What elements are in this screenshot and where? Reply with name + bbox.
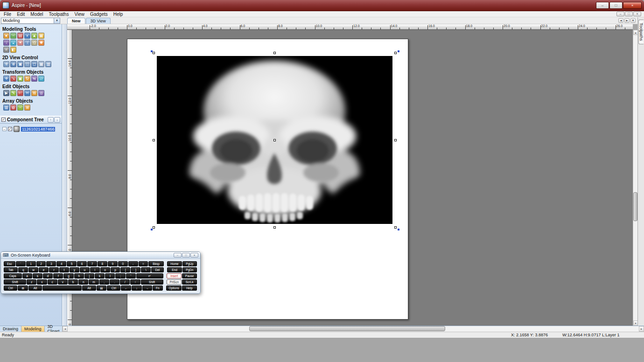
- mdi-minimize-button[interactable]: –: [616, 12, 624, 16]
- key-f[interactable]: f: [53, 273, 63, 278]
- combo-dropdown-icon[interactable]: ▼: [54, 18, 60, 23]
- selection-handle[interactable]: [394, 226, 397, 229]
- vertical-scroll-thumb[interactable]: [633, 192, 637, 221]
- key-j[interactable]: j: [84, 273, 94, 278]
- extrude-icon[interactable]: ▤: [17, 33, 23, 39]
- two-rail-sweep-icon[interactable]: ~: [10, 33, 16, 39]
- key-caps[interactable]: Caps: [4, 273, 22, 278]
- osk-titlebar[interactable]: ⌨ On-Screen Keyboard – □ ×: [1, 252, 200, 259]
- key-r[interactable]: r: [49, 267, 59, 272]
- key-ctrl[interactable]: Ctrl: [4, 285, 17, 291]
- key-0[interactable]: 0: [118, 261, 128, 266]
- key-arrow-right[interactable]: →: [142, 285, 153, 291]
- key-shift[interactable]: Shift: [4, 279, 26, 285]
- menu-item-edit[interactable]: Edit: [14, 12, 28, 17]
- key-esc[interactable]: Esc: [4, 261, 15, 266]
- maximize-button[interactable]: □: [609, 2, 623, 9]
- selection-handle[interactable]: [394, 52, 397, 54]
- key-7[interactable]: 7: [87, 261, 97, 266]
- vertical-scrollbar[interactable]: ▲ ▼: [633, 30, 637, 326]
- bottom-tab-3d-clipart[interactable]: 3D Clipart: [45, 326, 63, 332]
- array-along-curve-icon[interactable]: ~: [17, 104, 23, 111]
- distort-objects-icon[interactable]: ▱: [38, 76, 44, 82]
- key-shift-right[interactable]: Shift: [141, 279, 163, 285]
- distort-model-icon[interactable]: ◇: [31, 40, 37, 46]
- menu-item-file[interactable]: File: [1, 12, 14, 17]
- bake-model-icon[interactable]: ◧: [10, 47, 16, 53]
- toolpaths-tab[interactable]: Toolpaths: [638, 20, 644, 44]
- scroll-left-icon[interactable]: ◄: [63, 326, 68, 332]
- key-2[interactable]: 2: [36, 261, 46, 266]
- osk-close-button[interactable]: ×: [190, 253, 198, 258]
- key-pause[interactable]: Pause: [182, 273, 197, 278]
- panel-selector-combobox[interactable]: Modeling ▼: [1, 18, 60, 24]
- selection-handle[interactable]: [394, 139, 397, 141]
- key-symbol[interactable]: /: [120, 279, 130, 285]
- component-move-down-button[interactable]: ↓: [54, 117, 60, 123]
- key-symbol[interactable]: ;: [115, 273, 125, 278]
- on-screen-keyboard-window[interactable]: ⌨ On-Screen Keyboard – □ × Esc`123456789…: [0, 251, 201, 294]
- key-symbol[interactable]: -: [128, 261, 138, 266]
- key-v[interactable]: v: [58, 279, 68, 285]
- key-z[interactable]: z: [27, 279, 36, 285]
- key-symbol[interactable]: .: [110, 279, 119, 285]
- key-s[interactable]: s: [33, 273, 42, 278]
- key-insert[interactable]: Insert: [167, 273, 182, 278]
- tree-expander-icon[interactable]: –: [2, 127, 7, 131]
- node-edit-icon[interactable]: ✎: [10, 90, 16, 96]
- slice-model-icon[interactable]: ≡: [3, 47, 9, 53]
- key-end[interactable]: End: [167, 267, 182, 272]
- import-model-icon[interactable]: ↓: [3, 40, 9, 46]
- key-options[interactable]: Options: [166, 285, 181, 291]
- key-alt[interactable]: Alt: [28, 285, 42, 291]
- view-tab-3d-view[interactable]: 3D View: [86, 18, 111, 24]
- key-a[interactable]: a: [22, 273, 32, 278]
- move-objects-icon[interactable]: ✛: [3, 76, 9, 82]
- key-menu[interactable]: ▤: [97, 285, 107, 291]
- key-3[interactable]: 3: [46, 261, 56, 266]
- key-n[interactable]: n: [78, 279, 88, 285]
- key-t[interactable]: t: [59, 267, 69, 272]
- key-k[interactable]: k: [95, 273, 105, 278]
- osk-maximize-button[interactable]: □: [182, 253, 190, 258]
- key-prtscn[interactable]: PrtScn: [167, 279, 182, 285]
- key-space[interactable]: [42, 285, 82, 291]
- key-pgup[interactable]: PgUp: [182, 261, 197, 266]
- circular-array-icon[interactable]: ◍: [10, 104, 16, 111]
- key-l[interactable]: l: [105, 273, 115, 278]
- key-home[interactable]: Home: [167, 261, 182, 266]
- key-symbol[interactable]: \: [141, 267, 151, 272]
- set-size-icon[interactable]: ↘: [10, 76, 16, 82]
- key-p[interactable]: p: [111, 267, 120, 272]
- key-symbol[interactable]: =: [139, 261, 148, 266]
- key-arrow-left[interactable]: ←: [121, 285, 131, 291]
- key-i[interactable]: i: [90, 267, 100, 272]
- clipart-import-icon[interactable]: ✱: [38, 40, 44, 46]
- scroll-right-icon[interactable]: ►: [639, 326, 644, 332]
- align-objects-icon[interactable]: ▣: [17, 76, 23, 82]
- linear-array-icon[interactable]: ▥: [3, 104, 9, 111]
- component-tree-item[interactable]: – ✓ 11261021487466: [2, 126, 62, 132]
- key-w[interactable]: w: [28, 267, 38, 272]
- key-d[interactable]: d: [43, 273, 53, 278]
- selection-handle[interactable]: [273, 52, 276, 54]
- selection-handle[interactable]: [273, 139, 276, 141]
- create-shape-icon[interactable]: ●: [3, 33, 9, 39]
- selection-handle[interactable]: [273, 226, 276, 229]
- key-del[interactable]: Del: [151, 267, 164, 272]
- turn-icon[interactable]: ◗: [24, 33, 30, 39]
- scale-zheight-icon[interactable]: ↕: [24, 40, 30, 46]
- select-tool-icon[interactable]: ▶: [3, 90, 9, 96]
- mdi-restore-button[interactable]: □: [625, 12, 633, 16]
- key-ctrl-right[interactable]: Ctrl: [107, 285, 120, 291]
- key-arrow-up[interactable]: ↑: [130, 279, 140, 285]
- key-enter[interactable]: ↵: [136, 273, 163, 278]
- key-y[interactable]: y: [70, 267, 79, 272]
- texture-icon[interactable]: ▦: [38, 33, 44, 39]
- key-e[interactable]: e: [39, 267, 49, 272]
- key-9[interactable]: 9: [108, 261, 118, 266]
- key-symbol[interactable]: ': [126, 273, 136, 278]
- mdi-close-button[interactable]: ×: [633, 12, 641, 16]
- component-move-up-button[interactable]: ↑: [48, 117, 54, 123]
- key-win[interactable]: ⊞: [18, 285, 28, 291]
